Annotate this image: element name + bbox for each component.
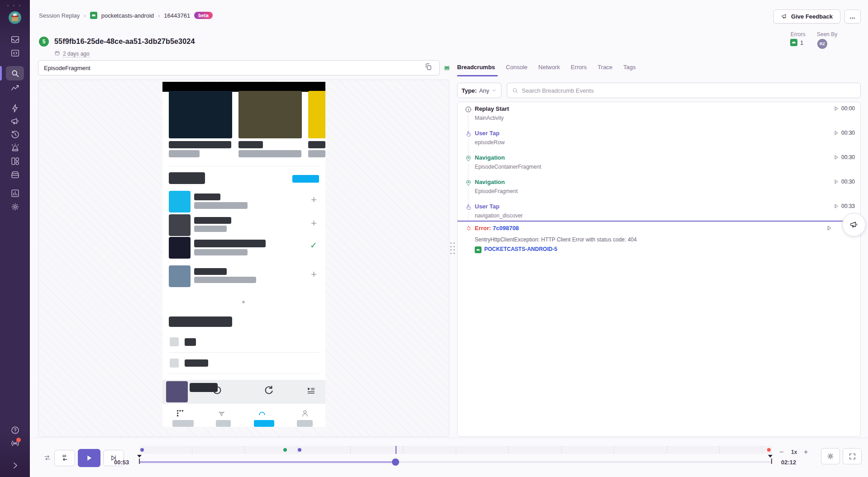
player-settings-button[interactable] bbox=[821, 448, 840, 464]
give-feedback-button[interactable]: Give Feedback bbox=[773, 9, 840, 24]
feedback-megaphone-icon bbox=[849, 220, 858, 229]
error-id-link[interactable]: 7c098708 bbox=[493, 225, 519, 231]
event-title: Navigation bbox=[475, 154, 505, 161]
issues-icon[interactable] bbox=[10, 35, 20, 44]
android-project-icon bbox=[90, 12, 97, 19]
tab-console[interactable]: Console bbox=[506, 64, 528, 71]
phone-text-bar bbox=[194, 217, 231, 224]
phone-queue-icon bbox=[306, 386, 315, 397]
seek-bar-progress bbox=[139, 461, 396, 463]
total-time: 02:12 bbox=[781, 459, 796, 466]
type-filter-dropdown[interactable]: Type: Any bbox=[457, 83, 501, 98]
fullscreen-button[interactable] bbox=[843, 448, 862, 464]
replay-age[interactable]: 2 days ago bbox=[63, 51, 90, 57]
explore-search-icon[interactable] bbox=[10, 69, 20, 78]
event-timestamp[interactable]: 00:00 bbox=[834, 105, 855, 112]
replay-search-input[interactable] bbox=[38, 60, 440, 76]
play-button[interactable] bbox=[78, 449, 100, 467]
tab-network[interactable]: Network bbox=[539, 64, 560, 71]
event-timestamp[interactable]: 00:30 bbox=[834, 130, 855, 136]
phone-divider bbox=[169, 373, 319, 374]
projects-icon[interactable] bbox=[10, 48, 20, 58]
timeline-marker-start[interactable] bbox=[140, 448, 144, 452]
navigation-pin-icon bbox=[465, 155, 472, 162]
settings-gear-icon[interactable] bbox=[10, 202, 20, 212]
alerts-lightning-icon[interactable] bbox=[10, 104, 20, 113]
phone-small-square bbox=[170, 359, 179, 368]
phone-text-bar bbox=[238, 141, 263, 148]
phone-divider bbox=[169, 166, 319, 166]
phone-text-bar bbox=[169, 141, 231, 148]
tab-trace[interactable]: Trace bbox=[598, 64, 613, 71]
timeline-zoom-out[interactable]: − bbox=[779, 449, 783, 456]
replay-viewport[interactable]: + + ✓ + bbox=[38, 80, 449, 437]
errors-count[interactable]: 1 bbox=[790, 39, 803, 46]
feedback-megaphone-icon[interactable] bbox=[10, 117, 20, 126]
releases-archive-icon[interactable] bbox=[10, 170, 20, 179]
dashboards-trend-icon[interactable] bbox=[10, 83, 20, 93]
help-icon[interactable] bbox=[10, 425, 20, 435]
sidebar-expand-chevron-icon[interactable] bbox=[10, 461, 20, 470]
title-row: 5 55f9fb16-25de-48ce-aa51-3db27b5e3024 bbox=[39, 37, 195, 47]
seek-handle[interactable] bbox=[392, 458, 399, 466]
floating-feedback-button[interactable] bbox=[842, 213, 866, 236]
overflow-menu-button[interactable]: … bbox=[844, 9, 861, 24]
breadcrumb-project[interactable]: pocketcasts-android bbox=[101, 12, 154, 19]
gear-icon bbox=[826, 452, 835, 460]
event-connector bbox=[468, 212, 468, 220]
rewind-10-button[interactable]: 10 bbox=[54, 450, 75, 466]
phone-nav-label-bar-active bbox=[254, 420, 274, 427]
phone-section-header bbox=[169, 316, 232, 327]
event-title: User Tap bbox=[475, 130, 500, 137]
current-time-indicator-line bbox=[458, 221, 843, 222]
phone-nav-label-bar bbox=[172, 420, 194, 427]
phone-nav-filter-icon bbox=[218, 410, 225, 420]
event-timestamp[interactable]: 00:33 bbox=[834, 203, 855, 209]
fullscreen-icon bbox=[849, 453, 856, 460]
insights-blocks-icon[interactable] bbox=[10, 156, 20, 166]
timeline-current-position bbox=[396, 446, 396, 454]
timeline-events-track[interactable] bbox=[139, 446, 772, 454]
breadcrumb-separator: › bbox=[84, 12, 86, 19]
stats-bar-chart-icon[interactable] bbox=[10, 189, 20, 198]
user-tap-icon bbox=[465, 203, 472, 211]
replays-history-icon[interactable] bbox=[10, 130, 20, 139]
phone-page-dot bbox=[242, 301, 245, 303]
event-description: episodeRow bbox=[475, 139, 505, 146]
phone-text-bar bbox=[169, 150, 200, 157]
android-platform-icon bbox=[443, 64, 451, 73]
breadcrumb-replay-number[interactable]: 16443761 bbox=[164, 12, 190, 19]
panel-resize-handle[interactable] bbox=[450, 242, 455, 254]
type-filter-value: Any bbox=[479, 87, 489, 94]
timeline-marker-error[interactable] bbox=[767, 448, 771, 452]
seek-bar[interactable] bbox=[139, 461, 772, 463]
event-timestamp[interactable]: 00:30 bbox=[834, 154, 855, 161]
playback-speed[interactable]: 1x bbox=[791, 449, 797, 455]
phone-text-bar bbox=[194, 249, 248, 255]
play-icon bbox=[834, 155, 839, 160]
project-issue-link[interactable]: POCKETCASTS-ANDROID-5 bbox=[484, 246, 557, 252]
monitors-siren-icon[interactable] bbox=[10, 143, 20, 152]
tab-breadcrumbs[interactable]: Breadcrumbs bbox=[457, 64, 495, 71]
replay-age-row: 2 days ago bbox=[54, 50, 90, 58]
android-project-icon bbox=[475, 246, 482, 254]
error-play-icon[interactable] bbox=[826, 225, 832, 233]
replay-phone-mockup: + + ✓ + bbox=[162, 82, 325, 427]
event-connector bbox=[468, 139, 468, 155]
phone-text-bar bbox=[185, 338, 196, 346]
beta-badge: beta bbox=[194, 12, 213, 19]
tab-tags[interactable]: Tags bbox=[623, 64, 635, 71]
copy-icon[interactable] bbox=[424, 63, 435, 74]
phone-small-square bbox=[170, 337, 179, 346]
timeline-marker-navigation[interactable] bbox=[283, 448, 287, 452]
timeline-marker-tap[interactable] bbox=[298, 448, 301, 452]
swap-player-icon[interactable] bbox=[43, 454, 51, 463]
breadcrumb-search-input[interactable] bbox=[522, 87, 856, 94]
event-description: MainActivity bbox=[475, 115, 504, 121]
android-platform-icon bbox=[790, 39, 797, 46]
breadcrumb-session-replay[interactable]: Session Replay bbox=[39, 12, 80, 19]
event-timestamp[interactable]: 00:30 bbox=[834, 179, 855, 185]
org-avatar[interactable] bbox=[9, 11, 21, 24]
timeline-zoom-in[interactable]: + bbox=[804, 449, 808, 456]
tab-errors[interactable]: Errors bbox=[571, 64, 587, 71]
